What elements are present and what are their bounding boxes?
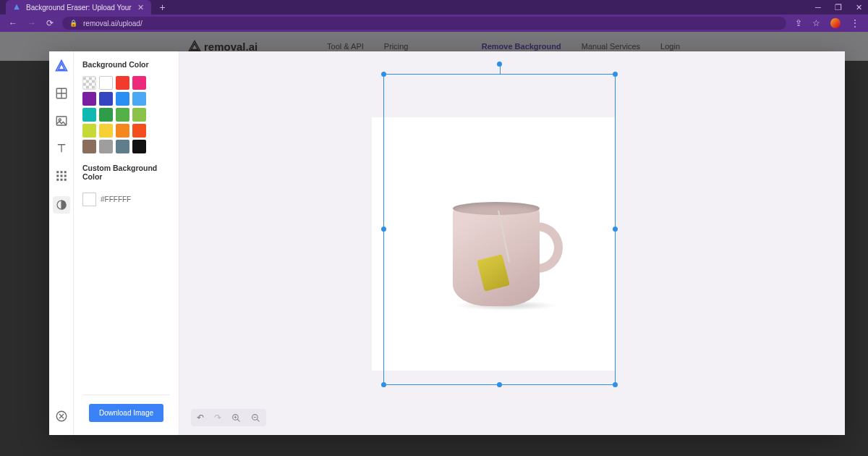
swatch[interactable] [132, 92, 146, 106]
svg-rect-4 [60, 171, 62, 173]
swatch-transparent[interactable] [82, 76, 96, 90]
tool-logo[interactable] [54, 59, 69, 73]
browser-menu-icon[interactable]: ⋮ [851, 18, 859, 28]
swatch[interactable] [116, 108, 129, 122]
editor-modal: Background Color Custom Background Color [49, 51, 845, 435]
swatch[interactable] [99, 140, 113, 153]
swatch[interactable] [82, 108, 96, 122]
swatch-grid [82, 76, 170, 153]
tool-contrast-icon[interactable] [53, 196, 70, 214]
svg-rect-8 [64, 175, 66, 177]
tool-text-icon[interactable] [54, 141, 69, 156]
tool-image-icon[interactable] [54, 114, 69, 128]
custom-color-picker[interactable] [82, 193, 96, 206]
resize-handle[interactable] [613, 72, 618, 77]
swatch[interactable] [82, 92, 96, 106]
svg-rect-11 [64, 179, 66, 181]
zoom-in-icon[interactable] [231, 413, 241, 423]
redo-icon[interactable]: ↷ [214, 413, 221, 423]
tab-close-icon[interactable]: ✕ [137, 3, 144, 12]
window-maximize-icon[interactable]: ❐ [835, 4, 842, 11]
undo-icon[interactable]: ↶ [197, 413, 204, 423]
swatch[interactable] [82, 140, 96, 153]
svg-rect-6 [56, 175, 59, 177]
section-title: Background Color [82, 60, 170, 69]
resize-handle[interactable] [381, 382, 386, 387]
swatch[interactable] [82, 124, 96, 138]
tool-pattern-icon[interactable] [54, 169, 69, 183]
svg-point-2 [59, 119, 61, 121]
resize-handle[interactable] [381, 227, 386, 232]
swatch[interactable] [116, 140, 129, 153]
tool-rail [49, 51, 74, 435]
close-editor-icon[interactable] [54, 409, 69, 423]
swatch[interactable] [116, 76, 129, 90]
selection-box[interactable] [383, 74, 616, 385]
hex-value: #FFFFFF [101, 195, 131, 203]
site-favicon [13, 4, 20, 11]
svg-rect-9 [56, 179, 59, 181]
new-tab-button[interactable]: + [156, 0, 170, 14]
zoom-out-icon[interactable] [251, 413, 260, 423]
options-panel: Background Color Custom Background Color [74, 51, 179, 435]
swatch[interactable] [132, 124, 146, 138]
swatch[interactable] [132, 76, 146, 90]
swatch[interactable] [132, 108, 146, 122]
svg-rect-10 [60, 179, 62, 181]
url-text: removal.ai/upload/ [83, 20, 142, 28]
swatch[interactable] [116, 92, 129, 106]
resize-handle[interactable] [613, 382, 618, 387]
swatch[interactable] [99, 124, 113, 138]
svg-rect-7 [60, 175, 62, 177]
swatch[interactable] [116, 124, 129, 138]
svg-rect-5 [64, 171, 66, 173]
resize-handle[interactable] [613, 227, 618, 232]
tool-layout-icon[interactable] [54, 86, 69, 101]
nav-forward-icon[interactable]: → [27, 18, 36, 28]
window-minimize-icon[interactable]: ─ [814, 4, 822, 11]
share-icon[interactable]: ⇪ [795, 18, 802, 28]
resize-handle[interactable] [381, 72, 386, 77]
section-title: Custom Background Color [82, 164, 170, 181]
bookmark-icon[interactable]: ☆ [812, 18, 820, 28]
nav-reload-icon[interactable]: ⟳ [46, 18, 54, 28]
swatch[interactable] [99, 92, 113, 106]
window-close-icon[interactable]: ✕ [855, 4, 862, 11]
browser-tab[interactable]: Background Eraser: Upload Your ✕ [6, 0, 151, 14]
swatch[interactable] [99, 76, 113, 90]
nav-back-icon[interactable]: ← [9, 18, 17, 28]
rotate-handle[interactable] [497, 62, 502, 67]
address-bar[interactable]: 🔒 removal.ai/upload/ [62, 17, 786, 30]
swatch[interactable] [132, 140, 146, 153]
svg-rect-3 [56, 171, 59, 173]
swatch[interactable] [99, 108, 113, 122]
canvas-toolbar: ↶ ↷ [191, 409, 266, 426]
tab-title: Background Eraser: Upload Your [26, 4, 132, 12]
download-button[interactable]: Download Image [89, 404, 163, 422]
resize-handle[interactable] [497, 382, 502, 387]
profile-avatar[interactable] [830, 18, 841, 28]
lock-icon: 🔒 [69, 20, 77, 27]
canvas[interactable]: ↶ ↷ [179, 51, 845, 435]
